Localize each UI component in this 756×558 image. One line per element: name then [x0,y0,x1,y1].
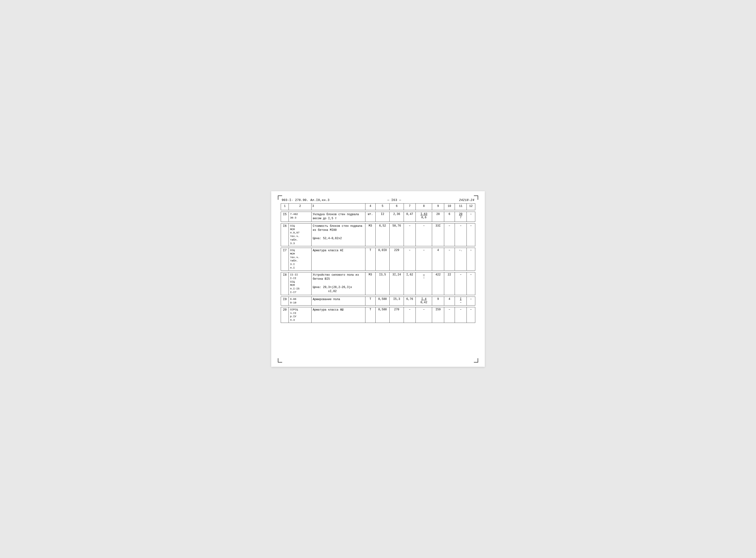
row-unit-15: шт. [365,212,375,222]
row-col8-15: I,63 0,6 [416,212,432,222]
table-row: I7 ССЦМСМтех.ч.табл.3.Iп.I Арматура клас… [281,248,475,271]
row-col6-20: 270 [389,307,404,323]
row-num-20: 20 [281,307,289,323]
document-page: 903-I- 278.90. Ал.I8,кн.3 — I63 — 24218-… [271,191,485,367]
row-code-15: 7-40236-3 [289,212,311,222]
row-col7-20: – [404,307,416,323]
col-header-3: 3 [311,204,365,210]
doc-ref: 903-I- 278.90. Ал.I8,кн.3 [282,198,330,202]
row-col9-15: 28 [432,212,444,222]
col8-bot-15: 0,6 [422,216,427,219]
col8-bot-18: – [423,276,425,280]
col8-top-18: — [423,273,425,276]
row-col10-19: 4 [444,297,455,305]
row-col12-19: – [467,297,475,305]
col-header-10: 10 [444,204,455,210]
row-col8-17: – [416,248,432,271]
row-num-16: I6 [281,223,289,246]
table-row: I5 7-40236-3 Укладка блоков стен подвала… [281,212,475,222]
row-col6-19: I5,3 [389,297,404,305]
row-code-20: ССРСЦч.IIр.IУп.3 [289,307,311,323]
row-col7-18: I,62 [404,272,416,295]
corner-mark-tr [474,196,478,200]
row-num-17: I7 [281,248,289,271]
row-desc-20: Арматура класса АШ [311,307,365,323]
row-col9-16: 33I [432,223,444,246]
row-unit-17: Т [365,248,375,271]
row-col5-19: 0,588 [375,297,389,305]
col8-top-19: I,4 [422,298,427,301]
row-col11-18: – [455,272,467,295]
row-col9-19: 9 [432,297,444,305]
row-num-15: I5 [281,212,289,222]
row-unit-20: Т [365,307,375,323]
row-col12-15: – [467,212,475,222]
row-col8-16: – [416,223,432,246]
col11-top-19: I [460,298,461,301]
table-row: I9 6-869-10 Армирование пола Т 0,588 I5,… [281,297,475,305]
page-center: — I63 — [387,198,401,202]
row-col6-18: 3I,24 [389,272,404,295]
row-unit-18: М3 [365,272,375,295]
row-col5-20: 0,588 [375,307,389,323]
row-desc-16: Стоимость блоков стен подвала из бетона … [311,223,365,246]
col-header-7: 7 [404,204,416,210]
col11-bot-19: – [460,301,461,304]
row-col8-18: — – [416,272,432,295]
row-col11-20: – [455,307,467,323]
row-num-18: I8 [281,272,289,295]
row-col10-18: 22 [444,272,455,295]
row-unit-19: Т [365,297,375,305]
row-desc-19: Армирование пола [311,297,365,305]
row-col5-18: I3,5 [375,272,389,295]
col11-bot-15: 7 [460,216,461,219]
table-row: I8 II-III-IIССЦМСМп.I-I5I-I7 Устройство … [281,272,475,295]
col-header-12: 12 [467,204,475,210]
row-col8-20: – [416,307,432,323]
row-col12-17: – [467,248,475,271]
column-headers: 1 2 3 4 5 6 7 8 9 10 11 12 [281,204,475,210]
row-col11-15: 20 7 [455,212,467,222]
row-col12-20: – [467,307,475,323]
row-col5-16: 6,52 [375,223,389,246]
table-row: I6 ССЦМСМп.9,97тех.ч.табл.3.3 Стоимость … [281,223,475,246]
row-col11-17: –. [455,248,467,271]
row-unit-16: М3 [365,223,375,246]
table-row: 20 ССРСЦч.IIр.IУп.3 Арматура класса АШ Т… [281,307,475,323]
col11-top-15: 20 [459,212,462,216]
row-code-18: II-III-IIССЦМСМп.I-I5I-I7 [289,272,311,295]
col-header-2: 2 [289,204,311,210]
row-col12-18: – [467,272,475,295]
col-header-11: 11 [455,204,467,210]
doc-num: 24218-24 [459,198,474,202]
row-col9-17: 4 [432,248,444,271]
col-header-6: 6 [389,204,404,210]
row-col5-15: I2 [375,212,389,222]
col-header-9: 9 [432,204,444,210]
row-col6-15: 2,36 [389,212,404,222]
row-code-17: ССЦМСМтех.ч.табл.3.Iп.I [289,248,311,271]
header: 903-I- 278.90. Ал.I8,кн.3 — I63 — 24218-… [281,198,475,202]
main-table: 1 2 3 4 5 6 7 8 9 10 11 12 I5 7-40236-3 … [281,203,475,328]
row-col10-16: – [444,223,455,246]
col-header-4: 4 [365,204,375,210]
row-desc-18: Устройство силового пола из бетона ВI5Це… [311,272,365,295]
col-header-5: 5 [375,204,389,210]
row-col7-19: 6,76 [404,297,416,305]
row-num-19: I9 [281,297,289,305]
corner-mark-bl [278,358,282,362]
row-col10-20: – [444,307,455,323]
row-col7-15: 0,47 [404,212,416,222]
col8-top-15: I,63 [421,212,427,216]
row-col5-17: 0,0I8 [375,248,389,271]
col-header-8: 8 [416,204,432,210]
row-col10-17: – [444,248,455,271]
row-col12-16: – [467,223,475,246]
row-col11-19: I – [455,297,467,305]
row-col8-19: I,4 0,42 [416,297,432,305]
row-col6-17: 229 [389,248,404,271]
col-header-1: 1 [281,204,289,210]
row-desc-15: Укладка блоков стен подвала весом до I,5… [311,212,365,222]
row-col6-16: 50,76 [389,223,404,246]
row-col7-17: – [404,248,416,271]
